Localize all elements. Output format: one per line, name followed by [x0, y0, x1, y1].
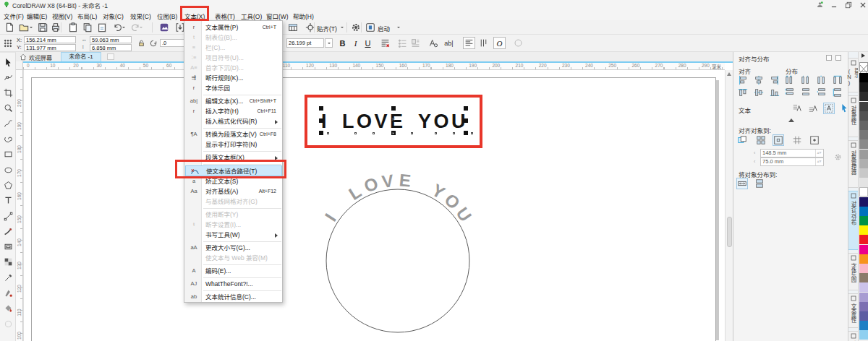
align-to-ao-a-button[interactable] [736, 134, 748, 146]
vertical-scrollbar[interactable] [725, 70, 733, 341]
curved-text-char[interactable]: E [399, 170, 412, 191]
menu-item-20[interactable]: 对齐基线(A)Alt+F12Aa [185, 186, 282, 197]
menu-item-34[interactable]: 文本统计信息(C)...ab [185, 292, 282, 302]
color-swatch[interactable] [859, 150, 868, 159]
menu-5[interactable]: 对象(C) [103, 12, 124, 20]
outline-pen-tool[interactable] [1, 287, 14, 300]
bold-button[interactable]: B [337, 37, 348, 49]
align-al-b-button[interactable] [769, 87, 780, 98]
save-button[interactable] [36, 21, 49, 34]
character-formatting-icon[interactable] [427, 37, 439, 49]
align-to-ao-c-button[interactable] [773, 134, 784, 146]
interactive-fill-tool[interactable] [1, 241, 14, 254]
palette-flyout-icon[interactable] [861, 53, 865, 58]
minimize-button[interactable] [829, 1, 839, 9]
color-swatch[interactable] [859, 130, 868, 139]
align-al-l-button[interactable] [737, 74, 749, 86]
scroll-up-icon[interactable] [727, 72, 731, 76]
table-button[interactable] [286, 21, 299, 34]
menu-7[interactable]: 位图(B) [157, 12, 177, 20]
menu-12[interactable]: 帮助(H) [293, 12, 314, 20]
rectangle-tool[interactable] [1, 148, 14, 161]
menu-item-3[interactable]: 栏(C)...≡ [185, 43, 282, 53]
text-txt-box-button[interactable] [823, 103, 835, 114]
color-swatch[interactable] [859, 216, 868, 225]
color-swatch[interactable] [859, 235, 868, 244]
object-width-field[interactable]: 59.063 mm [90, 36, 132, 43]
ellipse-tool[interactable] [1, 163, 14, 176]
line-tool[interactable] [1, 210, 14, 223]
fill-tool[interactable] [1, 302, 14, 315]
menu-10[interactable]: 工具(O) [241, 12, 262, 20]
menu-item-1[interactable]: 文本属性(P)Ctrl+Tr [185, 22, 282, 33]
zoom-tool[interactable] [1, 102, 14, 115]
restore-button[interactable] [843, 1, 854, 9]
color-swatch[interactable] [859, 330, 868, 340]
menu-item-14[interactable]: 显示非打印字符(N) [185, 139, 282, 150]
color-swatch[interactable] [859, 207, 868, 216]
distribute-d8-button[interactable] [832, 87, 843, 98]
text-txt-b-button[interactable] [807, 103, 819, 114]
menu-item-5[interactable]: 首字下沉(D)...A≡ [185, 63, 282, 73]
welcome-screen-tab[interactable]: 欢迎屏幕 [29, 53, 52, 61]
color-swatch[interactable] [859, 264, 868, 273]
docker-tab-6[interactable]: 文本属性 [848, 293, 859, 328]
menu-item-27[interactable]: 更改大小写(G)...aA [185, 243, 282, 253]
distribute-to-dt-v-button[interactable] [754, 178, 765, 189]
eyedropper-tool[interactable] [1, 271, 14, 284]
menu-item-9[interactable]: 编辑文本(X)...Ctrl+Shift+Tab| [185, 96, 282, 106]
x-position-field[interactable]: 156.214 mm [24, 36, 76, 43]
menu-4[interactable]: 布局(L) [77, 12, 97, 20]
text-txt-a-button[interactable] [791, 103, 803, 114]
distribute-d3-button[interactable] [816, 74, 827, 86]
open-dropdown[interactable] [27, 21, 34, 34]
no-color-swatch[interactable] [859, 62, 868, 72]
paste-button[interactable] [95, 21, 109, 34]
rotation-angle-field[interactable]: .0 [160, 39, 184, 47]
color-swatch[interactable] [859, 282, 868, 292]
underline-button[interactable]: U [362, 37, 373, 49]
color-swatch[interactable] [859, 92, 868, 101]
docker-close-button[interactable] [835, 55, 841, 61]
menu-item-2[interactable]: 制表位(B)...t [185, 33, 282, 43]
color-swatch[interactable] [859, 159, 868, 168]
undo-dropdown[interactable] [120, 21, 127, 34]
menu-item-23[interactable]: 使用断字(Y) [185, 210, 282, 220]
menu-item-30[interactable]: 编码(E)...A [185, 266, 282, 276]
align-to-ao-p-button[interactable] [809, 134, 820, 146]
text-wrap-icon[interactable] [379, 37, 391, 49]
scrollbar-thumb[interactable] [727, 217, 732, 247]
text-tool[interactable] [1, 194, 14, 207]
color-swatch[interactable] [859, 121, 868, 130]
snap-to-button[interactable]: 贴齐(T) [317, 24, 337, 33]
color-swatch[interactable] [859, 225, 868, 235]
text-alignment-icon[interactable] [463, 37, 475, 49]
color-swatch[interactable] [859, 254, 868, 264]
object-height-field[interactable]: 6.858 mm [90, 44, 132, 51]
menu-1[interactable]: 文件(F) [4, 12, 24, 20]
docker-tab-3[interactable]: 对象管理器 [848, 140, 859, 188]
menu-item-25[interactable]: 书写工具(W) [185, 230, 282, 240]
menu-9[interactable]: 表格(T) [215, 12, 235, 20]
docker-tab-7[interactable]: 辅助线 [848, 331, 859, 341]
color-swatch[interactable] [859, 311, 868, 321]
docker-collapse-button[interactable] [826, 55, 832, 61]
bezier-tool[interactable] [1, 133, 14, 146]
snap-dropdown[interactable] [339, 21, 345, 34]
distribute-d1-button[interactable] [784, 74, 796, 86]
italic-button[interactable]: I [350, 37, 361, 49]
menu-2[interactable]: 编辑(E) [27, 12, 47, 20]
color-swatch[interactable] [859, 139, 868, 149]
color-swatch[interactable] [859, 273, 868, 282]
align-x-field[interactable]: 148.5 mm [760, 149, 824, 157]
distribute-d4-button[interactable] [832, 74, 843, 86]
drop-cap-icon[interactable] [409, 37, 422, 49]
distribute-d2-button[interactable] [800, 74, 812, 86]
menu-item-32[interactable]: WhatTheFont?!...AJ [185, 279, 282, 289]
import-button[interactable] [158, 21, 171, 34]
align-al-r-button[interactable] [769, 74, 780, 86]
menu-item-6[interactable]: 断行规则(K)...⇶ [185, 73, 282, 83]
menu-item-28[interactable]: 使文本与 Web 兼容(M) [185, 253, 282, 263]
account-icon[interactable] [814, 1, 825, 9]
new-document-button[interactable] [3, 21, 16, 34]
